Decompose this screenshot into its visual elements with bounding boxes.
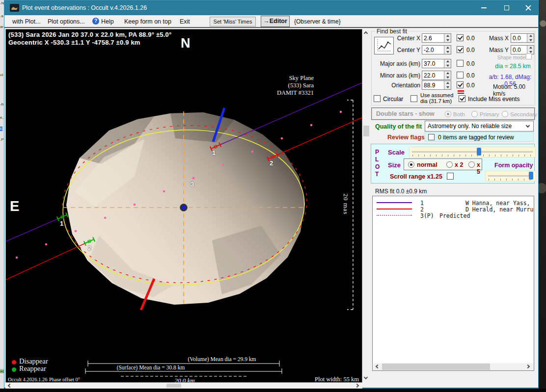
plot-canvas[interactable]: (533) Sara 2026 Jan 20 37.0 x 22.0 km, P… [5,29,362,383]
plot-letter: P [375,149,379,156]
quality-dropdown[interactable]: Astrometry only. No reliable size [425,121,534,131]
observations-listbox[interactable]: 1 W Hanna, near Yass, Nsw 2 D Herald, ne… [372,196,534,371]
scroll-left-icon[interactable] [8,384,12,388]
double-primary-label: Primary [480,111,499,117]
editor-button[interactable]: →Editor [261,16,290,27]
maximize-button[interactable] [495,0,518,15]
review-flags-checkbox[interactable] [428,134,435,140]
fit-minor-axis-checkbox[interactable] [457,72,464,78]
observation-row[interactable]: 2 D Herald, near Murrumba [373,206,534,212]
spin-down-button[interactable] [444,50,451,54]
scale-slider[interactable] [409,147,536,157]
plot-horizontal-scrollbar[interactable] [5,383,362,389]
scroll-right-icon[interactable] [355,384,359,388]
scrollbar-thumb[interactable] [363,126,369,136]
plot-header-line1: (533) Sara 2026 Jan 20 37.0 x 22.0 km, P… [8,31,171,38]
predicted-label: 3 [191,181,194,188]
menu-keep-on-top[interactable]: Keep form on top [124,18,171,25]
shape-model-checkbox[interactable] [526,53,532,59]
include-miss-checkbox[interactable] [459,95,465,102]
size-normal-radio[interactable] [408,161,414,168]
scroll-range-checkbox[interactable] [447,173,454,180]
menu-plot-options[interactable]: Plot options... [48,18,85,25]
center-x-input[interactable]: 2.6 [422,33,451,43]
double-primary-radio[interactable] [471,111,478,117]
spin-up-button[interactable] [527,46,534,50]
spin-up-button[interactable] [444,71,451,76]
fit-center-x-checkbox[interactable] [457,34,464,41]
close-button[interactable] [517,0,539,15]
size-x2-radio[interactable] [446,161,453,168]
scrollbar-thumb[interactable] [166,384,181,388]
spin-up-button[interactable] [444,81,451,85]
spin-down-button[interactable] [444,64,451,68]
set-miss-times-button[interactable]: Set 'Miss' Times [210,17,256,26]
size-x5-radio[interactable] [468,161,475,168]
form-opacity-slider[interactable] [485,171,536,182]
menu-with-plot[interactable]: with Plot... [12,18,41,25]
help-icon[interactable]: ? [92,18,99,25]
double-both-radio[interactable] [445,111,451,117]
predicted-dots-swatch [377,215,412,216]
minimize-button[interactable] [473,0,495,15]
maximize-icon [504,5,509,10]
circular-checkbox[interactable] [374,95,381,102]
fit-orientation-checkbox[interactable] [457,81,464,88]
minor-axis-input[interactable]: 22.0 [422,71,451,80]
major-axis-input[interactable]: 37.0 [422,59,451,68]
spin-up-button[interactable] [444,34,451,38]
orientation-label: Orientation [374,82,420,89]
menu-exit[interactable]: Exit [180,18,190,25]
observation-row[interactable]: 3(P) Predicted [373,212,534,219]
center-y-input[interactable]: -2.0 [422,45,451,54]
observation-row[interactable]: 1 W Hanna, near Yass, Nsw [373,200,534,206]
orientation-error: 0.0 [466,82,475,89]
listbox-horizontal-scrollbar[interactable] [373,363,533,370]
scrollbar-thumb[interactable] [382,364,490,370]
bg-fragment: -b [0,102,3,106]
double-both-label: Both [453,111,465,117]
major-axis-error: 0.0 [466,60,475,67]
spin-up-button[interactable] [444,46,451,50]
scroll-left-icon[interactable] [376,365,380,368]
spin-down-button[interactable] [444,76,451,80]
orientation-input[interactable]: 88.9 [422,80,451,90]
observation-id: 2 [420,206,424,212]
mass-x-input[interactable]: 0.0 [511,33,534,43]
observation-name: D Herald, near Murrumba [465,206,534,212]
fit-major-axis-checkbox[interactable] [457,60,464,67]
spin-down-button[interactable] [444,38,451,43]
plot-vertical-scrollbar[interactable] [362,29,370,383]
scroll-right-icon[interactable] [526,365,530,368]
fit-center-y-checkbox[interactable] [457,46,464,53]
app-icon [10,4,19,12]
minor-axis-label: Minor axis (km) [374,72,420,79]
double-secondary-label: Secondary [510,111,537,117]
scroll-up-icon[interactable] [364,31,368,35]
use-assumed-dia-checkbox[interactable] [410,95,417,102]
center-marker [180,204,188,211]
scroll-down-icon[interactable] [364,375,368,379]
major-axis-label: Major axis (km) [374,60,420,67]
east-label: E [10,198,19,214]
spin-up-button[interactable] [527,34,534,38]
minimize-icon [481,7,487,8]
use-assumed-dia-label: Use assumed dia (31.7 km) [420,92,453,104]
surface-dia-label: (Surface) Mean dia = 30.8 km [102,365,200,370]
plot-letter: L [375,156,379,163]
center-y-error: 0.0 [466,47,475,53]
spin-down-button[interactable] [527,38,534,43]
plot-header-line2: Geocentric X -530.3 ±1.1 Y -4758.7 ±0.9 … [8,39,140,46]
spin-up-button[interactable] [444,59,451,64]
window-title: Plot event observations : Occult v.4.202… [22,4,147,11]
spin-down-button[interactable] [444,85,451,90]
circular-label: Circular [383,96,403,103]
mass-x-label: Mass X [483,35,509,42]
title-bar[interactable]: Plot event observations : Occult v.4.202… [4,0,538,15]
close-icon [525,5,531,11]
observation-id: 1 [420,200,424,206]
menu-help[interactable]: Help [101,18,114,25]
shape-model-label: Shape model [497,55,526,60]
double-secondary-radio[interactable] [502,111,508,117]
volume-dia-label: (Volume) Mean dia = 29.9 km [168,356,276,362]
